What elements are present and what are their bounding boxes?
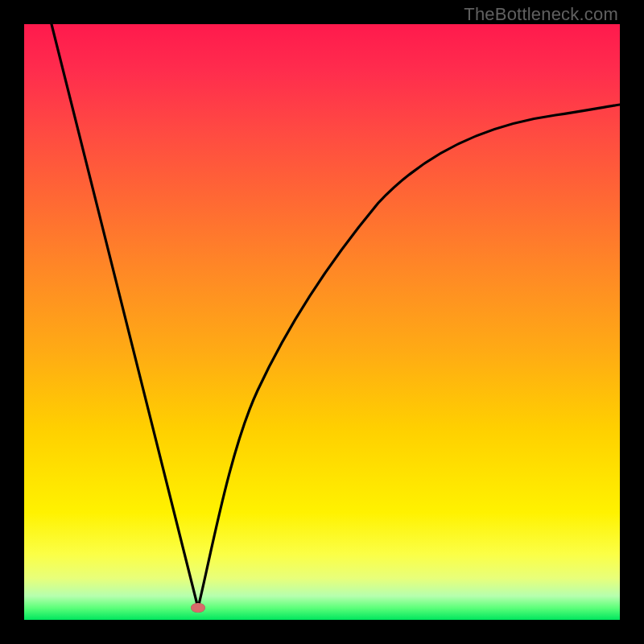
chart-frame — [24, 24, 620, 620]
bottleneck-curve-path — [52, 24, 620, 608]
bottleneck-curve — [24, 24, 620, 620]
curve-minimum-marker — [191, 603, 205, 613]
watermark-text: TheBottleneck.com — [464, 4, 618, 25]
